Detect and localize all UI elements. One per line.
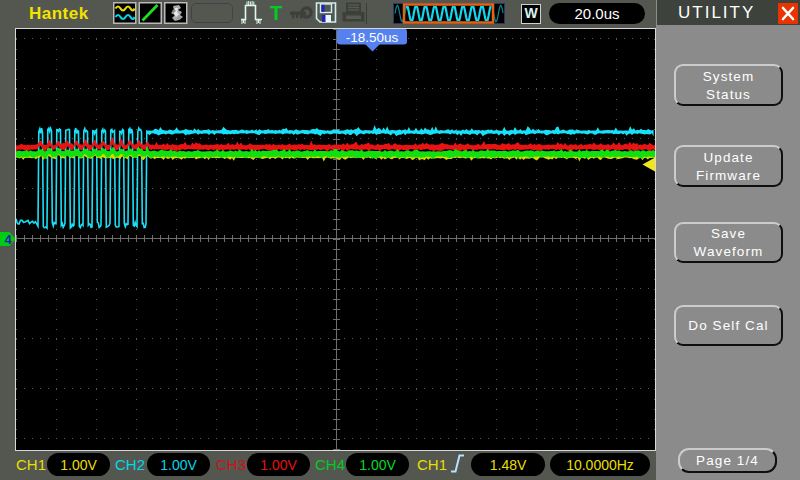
svg-text:-18.50us: -18.50us (346, 30, 399, 45)
svg-text:T: T (270, 2, 282, 24)
svg-text:4: 4 (5, 232, 13, 247)
